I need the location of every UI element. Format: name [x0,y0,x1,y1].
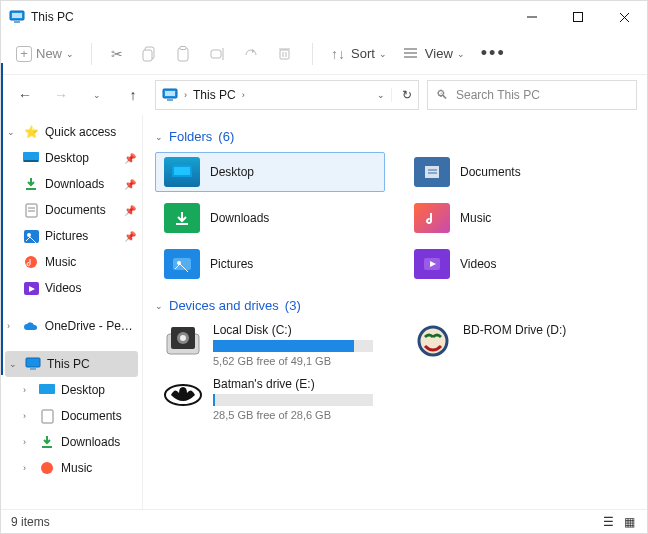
plus-icon: + [16,46,32,62]
sidebar-item-label: Documents [45,203,106,217]
sidebar-item-videos[interactable]: Videos [1,275,142,301]
close-button[interactable] [601,1,647,33]
more-button[interactable]: ••• [475,37,512,70]
view-icon [403,47,421,60]
svg-rect-22 [167,99,173,101]
new-button[interactable]: + New ⌄ [9,39,81,69]
drive-bdrom-d[interactable]: BD-ROM Drive (D:) [405,321,635,369]
content-area: ⌄ Folders (6) Desktop Documents Download… [143,115,647,509]
drive-batman-e[interactable]: Batman's drive (E:) 28,5 GB free of 28,6… [155,375,385,423]
chevron-right-icon: › [23,411,33,421]
folder-desktop[interactable]: Desktop [155,152,385,192]
rename-icon [210,47,228,61]
section-folders[interactable]: ⌄ Folders (6) [155,129,635,144]
sidebar-item-desktop[interactable]: Desktop📌 [1,145,142,171]
folder-music[interactable]: Music [405,198,635,238]
pin-icon: 📌 [124,179,136,190]
maximize-button[interactable] [555,1,601,33]
sidebar-label: OneDrive - Perso [45,319,136,333]
chevron-down-icon: ⌄ [155,132,163,142]
section-drives[interactable]: ⌄ Devices and drives (3) [155,298,635,313]
paste-button[interactable] [170,40,200,68]
delete-button[interactable] [272,40,302,67]
status-item-count: 9 items [11,515,50,529]
folder-label: Downloads [210,211,269,225]
svg-rect-34 [30,368,36,370]
folder-pictures[interactable]: Pictures [155,244,385,284]
folder-downloads[interactable]: Downloads [155,198,385,238]
sidebar-pc-downloads[interactable]: ›Downloads [1,429,142,455]
drive-icon [163,323,203,359]
chevron-right-icon: › [7,321,17,331]
usage-bar [213,340,373,352]
sidebar-pc-music[interactable]: ›Music [1,455,142,481]
share-button[interactable] [238,40,268,67]
sidebar-pc-documents[interactable]: ›Documents [1,403,142,429]
desktop-folder-icon [164,157,200,187]
sidebar-this-pc[interactable]: ⌄This PC [5,351,138,377]
music-icon [23,254,39,270]
back-button[interactable]: ← [11,81,39,109]
svg-rect-33 [26,358,40,367]
folder-label: Documents [460,165,521,179]
address-bar[interactable]: › This PC › ⌄ ↻ [155,80,419,110]
folder-videos[interactable]: Videos [405,244,635,284]
cloud-icon [23,318,39,334]
documents-icon [23,202,39,218]
chevron-down-icon: ⌄ [155,301,163,311]
downloads-folder-icon [164,203,200,233]
rename-button[interactable] [204,41,234,67]
tiles-view-button[interactable]: ▦ [624,515,637,529]
sidebar-item-downloads[interactable]: Downloads📌 [1,171,142,197]
addr-dropdown[interactable]: ⌄ [377,90,385,100]
sidebar-item-music[interactable]: Music [1,249,142,275]
sidebar-item-pictures[interactable]: Pictures📌 [1,223,142,249]
sidebar-item-label: Videos [45,281,81,295]
section-label: Folders [169,129,212,144]
folder-documents[interactable]: Documents [405,152,635,192]
breadcrumb[interactable]: This PC [193,88,236,102]
svg-point-30 [27,233,31,237]
up-button[interactable]: ↑ [119,81,147,109]
sidebar-quick-access[interactable]: ⌄ ⭐ Quick access [1,119,142,145]
sidebar-item-label: Downloads [61,435,120,449]
new-label: New [36,46,62,61]
cut-button[interactable]: ✂ [102,40,132,68]
forward-button[interactable]: → [47,81,75,109]
sidebar-item-label: Pictures [45,229,88,243]
svg-rect-13 [280,50,289,59]
sidebar-onedrive[interactable]: ›OneDrive - Perso [1,313,142,339]
paste-icon [176,46,194,62]
copy-button[interactable] [136,40,166,68]
view-button[interactable]: View ⌄ [397,40,471,67]
svg-rect-2 [14,21,20,23]
search-input[interactable]: 🔍︎ Search This PC [427,80,637,110]
drive-free: 5,62 GB free of 49,1 GB [213,355,377,367]
sidebar-item-label: Desktop [45,151,89,165]
recent-dropdown[interactable]: ⌄ [83,81,111,109]
sidebar-pc-desktop[interactable]: ›Desktop [1,377,142,403]
chevron-down-icon: ⌄ [7,127,17,137]
view-label: View [425,46,453,61]
sort-button[interactable]: ↑↓ Sort ⌄ [323,40,393,68]
this-pc-icon [9,9,25,25]
this-pc-icon [25,356,41,372]
svg-rect-36 [42,410,53,423]
chevron-right-icon: › [23,463,33,473]
pin-icon: 📌 [124,231,136,242]
search-placeholder: Search This PC [456,88,540,102]
svg-rect-10 [180,46,186,49]
drive-local-c[interactable]: Local Disk (C:) 5,62 GB free of 49,1 GB [155,321,385,369]
details-view-button[interactable]: ☰ [603,515,616,529]
refresh-button[interactable]: ↻ [391,88,412,102]
sidebar-item-label: Music [45,255,76,269]
chevron-right-icon[interactable]: › [242,90,245,100]
chevron-right-icon[interactable]: › [184,90,187,100]
desktop-icon [23,150,39,166]
minimize-button[interactable] [509,1,555,33]
star-icon: ⭐ [23,124,39,140]
documents-folder-icon [414,157,450,187]
chevron-down-icon: ⌄ [9,359,19,369]
sidebar-item-label: Documents [61,409,122,423]
sidebar-item-documents[interactable]: Documents📌 [1,197,142,223]
